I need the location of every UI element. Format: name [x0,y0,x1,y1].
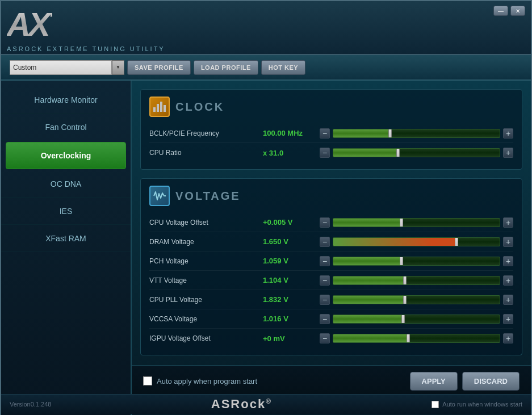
vtt-voltage-slider-container: − + [320,275,513,286]
cpu-voltage-increase-button[interactable]: + [503,217,513,228]
titlebar: AXTU ASRock Extreme Tuning Utility — ✕ [1,1,531,55]
apply-button[interactable]: APPLY [410,372,458,391]
cpu-voltage-slider-track[interactable] [333,218,500,227]
axtu-logo-icon: AXTU [7,3,52,43]
dram-voltage-slider-container: − + [320,237,513,247]
vccsa-slider-fill [333,315,405,323]
voltage-title: VOLTAGE [175,190,241,203]
clock-title: CLOCK [175,100,224,114]
cpu-pll-decrease-button[interactable]: − [320,295,330,305]
load-profile-button[interactable]: LOAD PROFILE [194,60,258,75]
pch-voltage-increase-button[interactable]: + [503,256,513,266]
bclk-value: 100.00 MHz [263,129,320,137]
cpu-ratio-slider-fill [333,149,400,157]
logo-area: AXTU ASRock Extreme Tuning Utility [7,3,165,52]
clock-section: CLOCK BCLK/PCIE Frequency 100.00 MHz − + [140,89,522,170]
bclk-slider-container: − + [320,128,513,139]
asrock-brand: ASRock [211,397,266,411]
cpu-pll-slider-fill [333,296,407,304]
sidebar-item-label: Overclocking [41,151,91,160]
cpu-ratio-increase-button[interactable]: + [503,148,513,158]
cpu-voltage-decrease-button[interactable]: − [320,217,330,228]
cpu-pll-label: CPU PLL Voltage [149,296,263,304]
vtt-voltage-slider-track[interactable] [333,276,500,285]
auto-run-checkbox[interactable] [432,401,439,408]
save-profile-button[interactable]: SAVE PROFILE [127,60,191,75]
igpu-voltage-slider-track[interactable] [333,334,500,343]
igpu-voltage-label: IGPU Voltage Offset [149,334,263,342]
waveform-svg [153,190,166,202]
svg-text:AXTU: AXTU [7,6,52,43]
vccsa-decrease-button[interactable]: − [320,314,330,324]
dram-voltage-increase-button[interactable]: + [503,237,513,247]
sidebar-item-xfast-ram[interactable]: XFast RAM [1,225,131,252]
voltage-section-header: VOLTAGE [149,186,513,206]
dram-voltage-decrease-button[interactable]: − [320,237,330,247]
right-panel: CLOCK BCLK/PCIE Frequency 100.00 MHz − + [132,81,531,415]
vtt-voltage-slider-fill [333,276,407,284]
cpu-voltage-label: CPU Voltage Offset [149,219,263,227]
sidebar-item-label: Hardware Monitor [34,95,97,104]
sidebar-item-label: XFast RAM [45,234,86,243]
sidebar-item-fan-control[interactable]: Fan Control [1,114,131,141]
dropdown-arrow-button[interactable]: ▼ [112,60,124,75]
pch-voltage-slider-track[interactable] [333,257,500,266]
igpu-voltage-increase-button[interactable]: + [503,333,513,343]
vtt-voltage-label: VTT Voltage [149,276,263,284]
cpu-voltage-slider-handle [400,218,403,227]
toolbar: ▼ SAVE PROFILE LOAD PROFILE HOT KEY [1,55,531,81]
sidebar-item-ies[interactable]: IES [1,198,131,225]
dram-voltage-value: 1.650 V [263,237,320,246]
vccsa-slider-track[interactable] [333,315,500,324]
cpu-voltage-slider-fill [333,219,403,227]
bar3 [160,102,162,112]
vccsa-increase-button[interactable]: + [503,314,513,324]
igpu-voltage-slider-container: − + [320,333,513,343]
bar2 [157,104,159,112]
bclk-slider-track[interactable] [333,129,500,138]
pch-voltage-value: 1.059 V [263,257,320,265]
cpu-ratio-slider-track[interactable] [333,148,500,157]
cpu-pll-slider-handle [403,295,407,304]
clock-section-header: CLOCK [149,97,513,117]
cpu-pll-increase-button[interactable]: + [503,295,513,305]
bar1 [153,107,156,112]
trademark-symbol: ® [266,397,272,405]
vtt-voltage-decrease-button[interactable]: − [320,275,330,286]
pch-voltage-label: PCH Voltage [149,257,263,265]
hotkey-button[interactable]: HOT KEY [261,60,305,75]
vtt-voltage-increase-button[interactable]: + [503,275,513,286]
clock-icon [149,97,170,117]
profile-dropdown: ▼ [10,60,124,75]
discard-button[interactable]: DISCARD [462,372,520,391]
cpu-pll-value: 1.832 V [263,295,320,304]
igpu-voltage-decrease-button[interactable]: − [320,333,330,343]
bclk-decrease-button[interactable]: − [320,128,330,139]
vccsa-label: VCCSA Voltage [149,315,263,323]
bclk-label: BCLK/PCIE Frequency [149,129,263,137]
cpu-ratio-slider-handle [396,148,400,157]
igpu-voltage-slider-fill [333,334,410,342]
cpu-ratio-decrease-button[interactable]: − [320,148,330,158]
auto-apply-container: Auto apply when program start [143,376,257,385]
pch-voltage-decrease-button[interactable]: − [320,256,330,266]
cpu-pll-row: CPU PLL Voltage 1.832 V − + [149,290,513,309]
cpu-ratio-value: x 31.0 [263,149,320,157]
cpu-ratio-row: CPU Ratio x 31.0 − + [149,143,513,162]
sidebar-item-hardware-monitor[interactable]: Hardware Monitor [1,86,131,114]
main-window: AXTU ASRock Extreme Tuning Utility — ✕ ▼… [0,0,532,415]
sidebar-item-overclocking[interactable]: Overclocking [6,142,126,169]
close-button[interactable]: ✕ [510,6,525,16]
cpu-pll-slider-track[interactable] [333,295,500,304]
auto-apply-checkbox[interactable] [143,376,152,385]
vtt-voltage-slider-handle [403,276,407,285]
dram-voltage-slider-track[interactable] [333,237,500,246]
igpu-voltage-row: IGPU Voltage Offset +0 mV − + [149,329,513,348]
asrock-logo: ASRock® [211,397,272,412]
sidebar-item-oc-dna[interactable]: OC DNA [1,170,131,198]
bclk-increase-button[interactable]: + [503,128,513,139]
minimize-button[interactable]: — [493,6,508,16]
profile-input[interactable] [10,60,112,75]
bar4 [164,105,166,112]
pch-voltage-slider-container: − + [320,256,513,266]
